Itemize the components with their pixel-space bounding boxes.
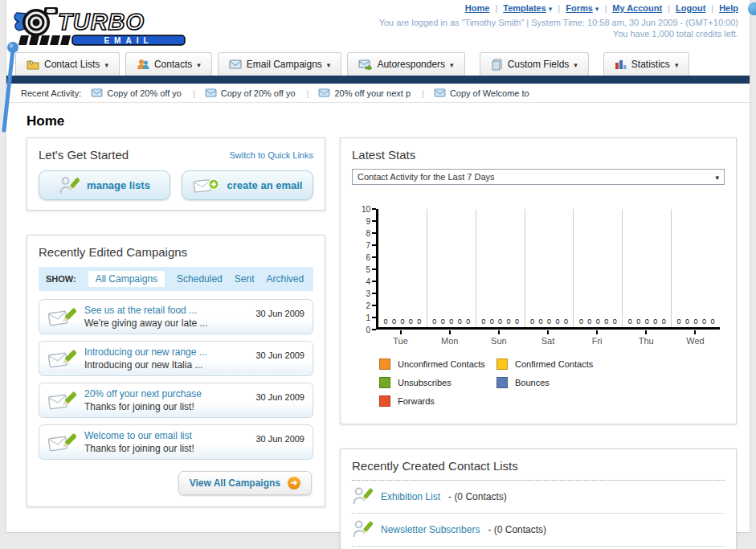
filter-sent[interactable]: Sent <box>235 273 255 285</box>
chevron-down-icon <box>327 59 331 70</box>
x-tick-label: Fri <box>573 330 622 346</box>
data-value-label: 0 <box>604 318 608 326</box>
credits-info: You have 1,000 total credits left. <box>379 29 738 39</box>
templates-link[interactable]: Templates <box>503 3 546 13</box>
contact-list-row[interactable]: Newsletter Subscribers - (0 Contacts) <box>352 514 725 547</box>
contact-list-row[interactable]: Exhibition List - (0 Contacts) <box>352 481 725 514</box>
campaign-row[interactable]: 20% off your next purchase Thanks for jo… <box>39 383 313 418</box>
tab-email-campaigns[interactable]: Email Campaigns <box>218 52 342 76</box>
tab-contacts[interactable]: Contacts <box>125 52 212 76</box>
envelope-pencil-icon <box>47 431 76 453</box>
data-value-label: 0 <box>392 318 396 326</box>
data-value-label: 0 <box>383 318 387 326</box>
campaign-date: 30 Jun 2009 <box>255 350 304 360</box>
contact-list-link[interactable]: Exhibition List <box>381 491 440 502</box>
recent-activity-item[interactable]: Copy of 20% off yo <box>91 88 195 98</box>
y-tick-label: 0 <box>366 325 376 334</box>
chevron-down-icon <box>574 59 578 70</box>
view-all-campaigns-label: View All Campaigns <box>190 477 280 489</box>
data-value-label: 0 <box>645 318 649 326</box>
envelope-pencil-icon <box>47 347 76 370</box>
help-bubble-icon[interactable] <box>748 2 756 15</box>
filter-all-campaigns[interactable]: All Campaigns <box>88 271 165 287</box>
envelope-plus-icon <box>193 176 220 195</box>
data-value-label: 0 <box>539 318 543 326</box>
person-pencil-icon <box>59 175 80 196</box>
filter-scheduled[interactable]: Scheduled <box>177 273 223 285</box>
separator: | <box>668 3 670 13</box>
campaign-title-link[interactable]: 20% off your next purchase <box>84 388 247 399</box>
recent-activity-item[interactable]: Copy of 20% off yo <box>205 88 309 98</box>
x-tick-label: Thu <box>622 330 671 346</box>
data-value-label: 0 <box>677 318 681 326</box>
recent-activity-item[interactable]: Copy of Welcome to <box>434 88 541 98</box>
tab-contact-lists[interactable]: Contact Lists <box>15 52 120 76</box>
data-value-label: 0 <box>579 318 583 326</box>
legend-label: Unsubscribes <box>398 378 452 387</box>
contact-list-count: - (0 Contacts) <box>448 491 507 502</box>
create-email-button[interactable]: create an email <box>182 170 313 200</box>
legend-label: Bounces <box>515 378 550 387</box>
bar-chart-icon <box>615 59 627 70</box>
x-tick-label: Mon <box>425 330 474 346</box>
logo-title: TURBO <box>58 9 145 35</box>
help-link[interactable]: Help <box>719 3 738 13</box>
manage-lists-button[interactable]: manage lists <box>39 170 170 200</box>
contact-list-count: - (0 Contacts) <box>488 524 546 535</box>
data-value-label: 0 <box>458 318 462 326</box>
chart-day-group: 00000 <box>378 209 427 327</box>
legend-swatch <box>379 377 390 388</box>
home-link[interactable]: Home <box>465 3 490 13</box>
separator: | <box>495 3 497 13</box>
chart-day-group: 00000 <box>476 209 525 327</box>
right-column: Latest Stats Contact Activity for the La… <box>340 137 737 549</box>
data-value-label: 0 <box>596 318 600 326</box>
filter-archived[interactable]: Archived <box>266 273 304 285</box>
legend-item: Confirmed Contacts <box>497 358 614 370</box>
x-tick-label: Sun <box>474 330 523 346</box>
campaign-title-link[interactable]: See us at the retail food ... <box>84 305 247 316</box>
envelope-icon <box>318 88 330 97</box>
campaigns-title: Recently Edited Campaigns <box>39 245 187 259</box>
create-email-label: create an email <box>227 179 303 191</box>
y-tick-label: 2 <box>366 301 376 310</box>
show-label: SHOW: <box>46 274 76 284</box>
contact-list-link[interactable]: Newsletter Subscribers <box>381 524 480 535</box>
data-value-label: 0 <box>662 318 666 326</box>
data-value-label: 0 <box>547 318 551 326</box>
data-value-label: 0 <box>466 318 470 326</box>
data-value-label: 0 <box>441 318 445 326</box>
header: TURBO EMAIL Home| Templates| Forms| My A… <box>6 0 750 51</box>
campaign-date: 30 Jun 2009 <box>255 392 304 402</box>
recent-activity-bar: Recent Activity: Copy of 20% off yo Copy… <box>6 84 750 103</box>
activity-item-label: 20% off your next p <box>334 88 411 98</box>
chart-x-axis: TueMonSunSatFriThuWed <box>376 330 720 346</box>
campaign-row[interactable]: Introducing our new range ... Introducin… <box>39 341 313 376</box>
campaigns-filter-bar: SHOW: All Campaigns Scheduled Sent Archi… <box>39 267 313 291</box>
tab-statistics[interactable]: Statistics <box>603 52 690 76</box>
campaign-row[interactable]: Welcome to our email list Thanks for joi… <box>39 424 313 460</box>
data-value-label: 0 <box>636 318 640 326</box>
legend-item: Unsubscribes <box>379 377 497 388</box>
recent-activity-item[interactable]: 20% off your next p <box>318 88 423 98</box>
x-tick-label: Wed <box>671 330 720 346</box>
my-account-link[interactable]: My Account <box>612 3 662 13</box>
stats-period-select[interactable]: Contact Activity for the Last 7 Days <box>352 169 725 185</box>
forms-link[interactable]: Forms <box>566 3 593 13</box>
data-value-label: 0 <box>417 318 421 326</box>
view-all-campaigns-button[interactable]: View All Campaigns <box>178 471 312 495</box>
contacts-people-icon <box>137 59 149 70</box>
tab-custom-fields[interactable]: Custom Fields <box>480 52 589 76</box>
contact-lists-title: Recently Created Contact Lists <box>352 459 518 473</box>
tab-autoresponders[interactable]: Autoresponders <box>347 52 464 76</box>
data-value-label: 0 <box>530 318 534 326</box>
switch-quick-links[interactable]: Switch to Quick Links <box>229 150 313 160</box>
campaign-row[interactable]: See us at the retail food ... We're givi… <box>39 299 313 334</box>
campaign-title-link[interactable]: Welcome to our email list <box>84 430 247 441</box>
campaign-title-link[interactable]: Introducing our new range ... <box>84 346 247 358</box>
y-tick-label: 6 <box>366 252 376 262</box>
envelope-icon <box>91 88 103 97</box>
chevron-down-icon <box>675 59 679 70</box>
callout-pin-icon <box>1 40 20 137</box>
logout-link[interactable]: Logout <box>676 3 705 13</box>
